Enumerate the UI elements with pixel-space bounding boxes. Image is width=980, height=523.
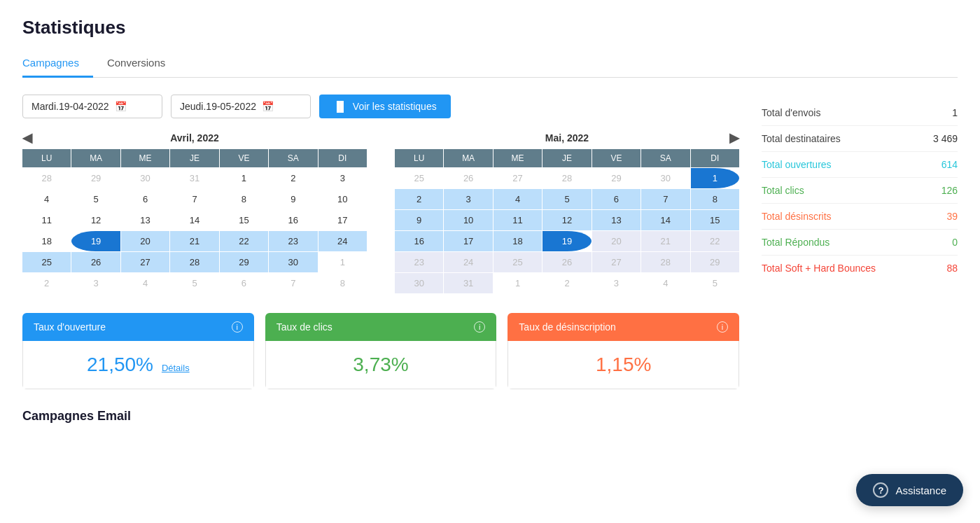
cal1-day-ma: MA xyxy=(71,149,120,167)
end-date-input[interactable]: Jeudi.19-05-2022 📅 xyxy=(171,95,311,118)
table-row[interactable]: 3 xyxy=(71,273,120,293)
table-row[interactable]: 16 xyxy=(395,231,443,251)
table-row[interactable]: 7 xyxy=(641,189,690,209)
table-row[interactable]: 22 xyxy=(220,231,268,251)
table-row[interactable]: 30 xyxy=(121,168,169,188)
cal1-day-lu: LU xyxy=(22,149,71,167)
table-row[interactable]: 8 xyxy=(318,273,367,293)
table-row[interactable]: 19 xyxy=(71,231,120,251)
prev-month-button[interactable]: ◀ xyxy=(22,130,32,146)
table-row[interactable]: 1 xyxy=(691,168,739,188)
table-row[interactable]: 29 xyxy=(71,168,120,188)
table-row[interactable]: 10 xyxy=(444,210,492,230)
table-row[interactable]: 18 xyxy=(493,231,542,251)
table-row[interactable]: 6 xyxy=(220,273,268,293)
table-row[interactable]: 13 xyxy=(592,210,640,230)
table-row[interactable]: 25 xyxy=(22,252,71,272)
table-row[interactable]: 4 xyxy=(493,189,542,209)
info-icon-ouverture[interactable]: i xyxy=(232,321,243,333)
table-row[interactable]: 2 xyxy=(542,273,591,293)
table-row[interactable]: 9 xyxy=(395,210,443,230)
table-row[interactable]: 13 xyxy=(121,210,169,230)
table-row[interactable]: 5 xyxy=(691,273,739,293)
table-row[interactable]: 1 xyxy=(318,252,367,272)
table-row[interactable]: 1 xyxy=(493,273,542,293)
details-link-ouverture[interactable]: Détails xyxy=(162,363,190,373)
table-row[interactable]: 17 xyxy=(318,210,367,230)
table-row[interactable]: 21 xyxy=(170,231,218,251)
table-row[interactable]: 12 xyxy=(542,210,591,230)
table-row[interactable]: 2 xyxy=(269,168,317,188)
table-row[interactable]: 29 xyxy=(691,252,739,272)
table-row[interactable]: 22 xyxy=(691,231,739,251)
start-date-input[interactable]: Mardi.19-04-2022 📅 xyxy=(22,95,162,118)
table-row[interactable]: 6 xyxy=(592,189,640,209)
table-row[interactable]: 23 xyxy=(269,231,317,251)
table-row[interactable]: 9 xyxy=(269,189,317,209)
voir-stats-button[interactable]: ▐▌ Voir les statistiques xyxy=(319,95,451,118)
table-row[interactable]: 2 xyxy=(22,273,71,293)
table-row[interactable]: 2 xyxy=(395,189,443,209)
table-row[interactable]: 29 xyxy=(220,252,268,272)
table-row[interactable]: 7 xyxy=(269,273,317,293)
table-row[interactable]: 20 xyxy=(592,231,640,251)
calendar-icon-start[interactable]: 📅 xyxy=(115,101,127,112)
table-row[interactable]: 11 xyxy=(22,210,71,230)
table-row[interactable]: 21 xyxy=(641,231,690,251)
table-row[interactable]: 23 xyxy=(395,252,443,272)
tab-conversions[interactable]: Conversions xyxy=(107,50,179,78)
table-row[interactable]: 12 xyxy=(71,210,120,230)
info-icon-clics[interactable]: i xyxy=(474,321,485,333)
table-row[interactable]: 5 xyxy=(71,189,120,209)
stat-cards: Taux d'ouverture i 21,50% Détails Taux d… xyxy=(22,313,739,389)
table-row[interactable]: 3 xyxy=(592,273,640,293)
table-row[interactable]: 24 xyxy=(444,252,492,272)
table-row[interactable]: 28 xyxy=(542,168,591,188)
table-row[interactable]: 16 xyxy=(269,210,317,230)
tab-campagnes[interactable]: Campagnes xyxy=(22,50,93,78)
table-row[interactable]: 3 xyxy=(318,168,367,188)
table-row[interactable]: 5 xyxy=(542,189,591,209)
table-row[interactable]: 26 xyxy=(542,252,591,272)
table-row[interactable]: 28 xyxy=(22,168,71,188)
table-row[interactable]: 3 xyxy=(444,189,492,209)
table-row[interactable]: 27 xyxy=(592,252,640,272)
table-row[interactable]: 20 xyxy=(121,231,169,251)
info-icon-desinscription[interactable]: i xyxy=(717,321,728,333)
table-row[interactable]: 14 xyxy=(641,210,690,230)
table-row[interactable]: 14 xyxy=(170,210,218,230)
table-row[interactable]: 25 xyxy=(395,168,443,188)
table-row[interactable]: 5 xyxy=(170,273,218,293)
table-row[interactable]: 28 xyxy=(641,252,690,272)
table-row[interactable]: 27 xyxy=(121,252,169,272)
table-row[interactable]: 26 xyxy=(444,168,492,188)
table-row[interactable]: 30 xyxy=(269,252,317,272)
table-row[interactable]: 17 xyxy=(444,231,492,251)
next-month-button[interactable]: ▶ xyxy=(729,130,739,146)
table-row[interactable]: 4 xyxy=(121,273,169,293)
table-row[interactable]: 8 xyxy=(691,189,739,209)
calendar-icon-end[interactable]: 📅 xyxy=(262,101,274,112)
table-row[interactable]: 19 xyxy=(542,231,591,251)
table-row[interactable]: 30 xyxy=(641,168,690,188)
table-row[interactable]: 11 xyxy=(493,210,542,230)
table-row[interactable]: 8 xyxy=(220,189,268,209)
table-row[interactable]: 31 xyxy=(444,273,492,293)
table-row[interactable]: 26 xyxy=(71,252,120,272)
table-row[interactable]: 4 xyxy=(641,273,690,293)
table-row[interactable]: 27 xyxy=(493,168,542,188)
table-row[interactable]: 24 xyxy=(318,231,367,251)
table-row[interactable]: 18 xyxy=(22,231,71,251)
table-row[interactable]: 30 xyxy=(395,273,443,293)
table-row[interactable]: 4 xyxy=(22,189,71,209)
table-row[interactable]: 10 xyxy=(318,189,367,209)
table-row[interactable]: 15 xyxy=(220,210,268,230)
table-row[interactable]: 28 xyxy=(170,252,218,272)
table-row[interactable]: 29 xyxy=(592,168,640,188)
table-row[interactable]: 25 xyxy=(493,252,542,272)
table-row[interactable]: 15 xyxy=(691,210,739,230)
table-row[interactable]: 7 xyxy=(170,189,218,209)
table-row[interactable]: 6 xyxy=(121,189,169,209)
table-row[interactable]: 1 xyxy=(220,168,268,188)
table-row[interactable]: 31 xyxy=(170,168,218,188)
